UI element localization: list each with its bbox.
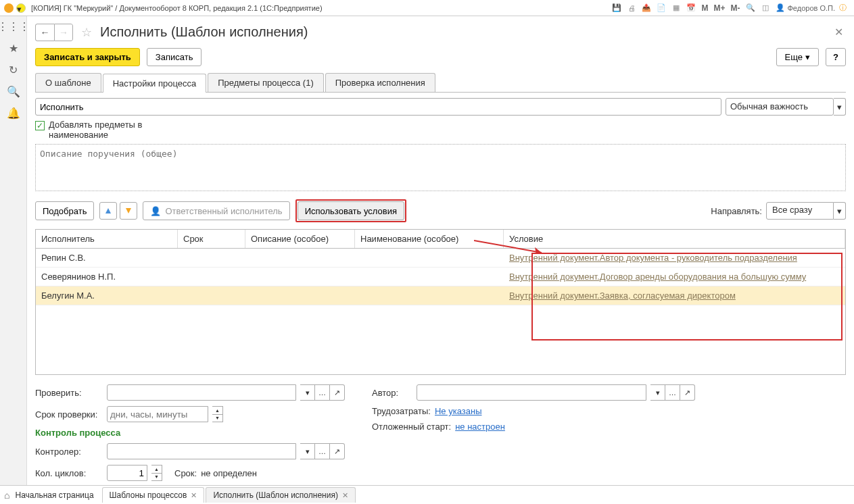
memory-m[interactable]: M xyxy=(701,3,708,13)
cell-desc xyxy=(245,273,355,281)
close-icon[interactable]: ✕ xyxy=(832,23,846,41)
importance-select[interactable]: Обычная важность xyxy=(726,98,834,116)
author-dd-icon[interactable]: ▾ xyxy=(650,384,665,401)
favorite-star-icon[interactable]: ☆ xyxy=(81,25,92,40)
cycles-spinner[interactable]: ▲▼ xyxy=(151,465,162,481)
condition-link[interactable]: Внутренний документ.Автор документа - ру… xyxy=(509,253,797,263)
dropdown-icon[interactable]: ▾ xyxy=(16,3,26,13)
zoom-icon[interactable]: 🔍 xyxy=(744,2,757,14)
author-label: Автор: xyxy=(372,388,412,398)
th-desc[interactable]: Описание (особое) xyxy=(245,230,355,248)
controller-label: Контролер: xyxy=(35,447,103,457)
tab-settings[interactable]: Настройки процесса xyxy=(103,74,207,93)
bt-tab1-close-icon[interactable]: ✕ xyxy=(191,491,197,500)
condition-link[interactable]: Внутренний документ.Договор аренды обору… xyxy=(509,272,806,282)
cell-performer: Северянинов Н.П. xyxy=(36,268,178,286)
chevron-down-icon: ▾ xyxy=(805,52,810,62)
history-icon[interactable]: ↻ xyxy=(7,64,20,76)
layout-icon[interactable]: ◫ xyxy=(759,2,772,14)
nav-fwd-button[interactable]: → xyxy=(54,24,73,41)
bottom-tab-execute[interactable]: Исполнить (Шаблон исполнения) ✕ xyxy=(206,487,355,503)
th-due[interactable]: Срок xyxy=(178,230,245,248)
bt-tab2-close-icon[interactable]: ✕ xyxy=(342,491,348,500)
th-cond[interactable]: Условие xyxy=(504,230,845,248)
grid-icon[interactable]: ▦ xyxy=(670,2,682,14)
check-label: Проверить: xyxy=(35,388,103,398)
save-icon[interactable]: 💾 xyxy=(611,2,623,14)
th-performer[interactable]: Исполнитель xyxy=(36,230,178,248)
pick-button[interactable]: Подобрать xyxy=(35,201,94,220)
responsible-button[interactable]: 👤Ответственный исполнитель xyxy=(143,201,289,220)
cell-desc xyxy=(245,254,355,262)
calendar-icon[interactable]: 📅 xyxy=(685,2,697,14)
check-open-icon[interactable]: ↗ xyxy=(330,384,345,401)
apps-icon[interactable]: ⋮⋮⋮ xyxy=(7,20,20,32)
print-icon[interactable]: 🖨 xyxy=(625,2,638,14)
bottom-tabs: ⌂ Начальная страница Шаблоны процессов ✕… xyxy=(0,485,854,504)
check-due-label: Срок проверки: xyxy=(35,409,103,420)
table-row[interactable]: Северянинов Н.П.Внутренний документ.Дого… xyxy=(36,268,845,286)
condition-link[interactable]: Внутренний документ.Заявка, согласуемая … xyxy=(509,291,736,301)
bell-icon[interactable]: 🔔 xyxy=(7,107,20,119)
table-row[interactable]: Репин С.В.Внутренний документ.Автор доку… xyxy=(36,249,845,268)
check-due-spinner[interactable]: ▲▼ xyxy=(212,406,223,422)
controller-dots-icon[interactable]: … xyxy=(315,443,330,459)
tab-check[interactable]: Проверка исполнения xyxy=(325,73,435,92)
send-select[interactable]: Все сразу xyxy=(766,202,834,220)
send-dropdown-icon[interactable]: ▾ xyxy=(834,202,846,220)
check-dots-icon[interactable]: … xyxy=(315,384,330,401)
info-icon[interactable]: ⓘ xyxy=(836,2,849,14)
controller-input[interactable] xyxy=(107,443,296,459)
author-input[interactable] xyxy=(417,384,646,401)
add-items-label: Добавлять предметы в наименование xyxy=(49,120,157,140)
bt-tab2-label: Исполнить (Шаблон исполнения) xyxy=(213,490,337,500)
export-icon[interactable]: 📤 xyxy=(640,2,653,14)
name-input[interactable] xyxy=(35,98,721,116)
controller-dd-icon[interactable]: ▾ xyxy=(300,443,315,459)
home-tab-label[interactable]: Начальная страница xyxy=(15,490,93,500)
author-dots-icon[interactable]: … xyxy=(665,384,680,401)
nav-back-button[interactable]: ← xyxy=(35,24,54,41)
bottom-tab-templates[interactable]: Шаблоны процессов ✕ xyxy=(102,487,205,503)
tab-items[interactable]: Предметы процесса (1) xyxy=(208,73,324,92)
table-row[interactable]: Белугин М.А.Внутренний документ.Заявка, … xyxy=(36,286,845,305)
check-due-input[interactable] xyxy=(107,406,208,422)
importance-dropdown-icon[interactable]: ▾ xyxy=(834,98,846,116)
save-close-button[interactable]: Записать и закрыть xyxy=(35,48,140,66)
effort-link[interactable]: Не указаны xyxy=(435,406,482,416)
use-conditions-button[interactable]: Использовать условия xyxy=(298,201,404,220)
tab-about[interactable]: О шаблоне xyxy=(35,73,101,92)
deferred-link[interactable]: не настроен xyxy=(455,422,505,432)
search-icon[interactable]: 🔍 xyxy=(7,85,20,97)
move-up-button[interactable] xyxy=(99,202,117,220)
cycles-input[interactable] xyxy=(107,465,147,481)
help-button[interactable]: ? xyxy=(826,48,846,66)
print2-icon[interactable]: 📄 xyxy=(655,2,667,14)
bt-tab1-label: Шаблоны процессов xyxy=(110,490,187,500)
more-button[interactable]: Еще ▾ xyxy=(776,48,819,66)
cell-name xyxy=(355,273,504,281)
user-label[interactable]: 👤 Федоров О.П. xyxy=(776,3,836,12)
home-icon[interactable]: ⌂ xyxy=(4,490,9,501)
app-icon xyxy=(4,3,14,13)
cell-condition: Внутренний документ.Договор аренды обору… xyxy=(504,268,845,286)
star-icon[interactable]: ★ xyxy=(7,42,20,54)
move-down-button[interactable] xyxy=(120,202,137,220)
responsible-label: Ответственный исполнитель xyxy=(165,206,282,216)
add-items-checkbox[interactable]: ✓ xyxy=(35,121,45,130)
check-dd-icon[interactable]: ▾ xyxy=(300,384,315,401)
save-button[interactable]: Записать xyxy=(147,48,202,66)
effort-label: Трудозатраты: xyxy=(372,406,431,416)
cell-condition: Внутренний документ.Заявка, согласуемая … xyxy=(504,286,845,305)
th-name[interactable]: Наименование (особое) xyxy=(355,230,504,248)
cell-due xyxy=(178,292,245,300)
description-textarea[interactable] xyxy=(35,144,846,191)
controller-open-icon[interactable]: ↗ xyxy=(330,443,345,459)
user-name: Федоров О.П. xyxy=(788,4,836,12)
author-open-icon[interactable]: ↗ xyxy=(680,384,695,401)
memory-mm[interactable]: M- xyxy=(731,3,740,13)
memory-mp[interactable]: M+ xyxy=(713,3,725,13)
check-input[interactable] xyxy=(107,384,296,401)
sidebar: ⋮⋮⋮ ★ ↻ 🔍 🔔 xyxy=(0,16,27,485)
due-label: Срок: xyxy=(174,468,197,478)
